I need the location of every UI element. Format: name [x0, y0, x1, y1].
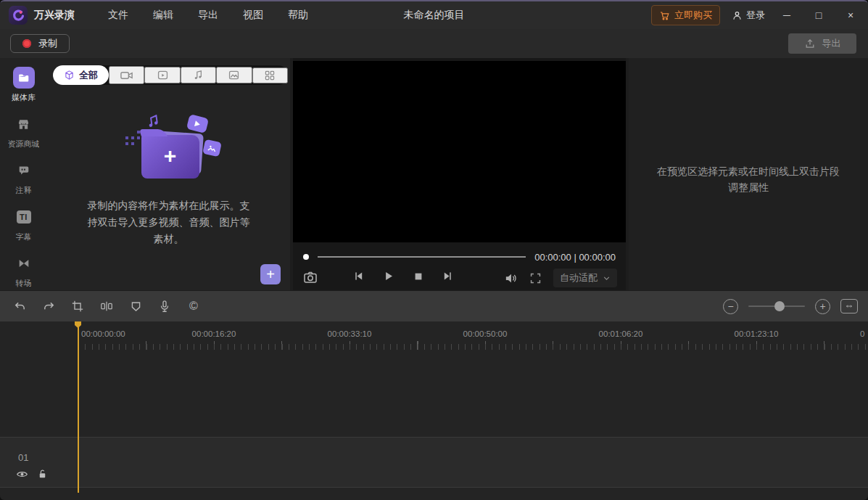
crop-icon — [71, 300, 84, 313]
properties-panel: 在预览区选择元素或在时间线上双击片段调整属性 — [629, 58, 868, 290]
tab-image[interactable] — [216, 67, 252, 83]
video-canvas[interactable] — [293, 61, 626, 242]
tab-video[interactable] — [144, 67, 180, 83]
app-name: 万兴录演 — [34, 9, 75, 22]
marker-button[interactable] — [128, 298, 144, 314]
sidebar-item-transition[interactable]: 转场 — [0, 253, 47, 289]
sidebar-item-media-library[interactable]: 媒体库 — [0, 67, 47, 103]
fit-timeline-button[interactable] — [840, 299, 858, 313]
track-number: 01 — [18, 452, 28, 463]
sidebar-item-store[interactable]: 资源商城 — [0, 113, 47, 149]
split-icon — [100, 300, 113, 313]
record-button[interactable]: 录制 — [10, 34, 70, 53]
menu-file[interactable]: 文件 — [108, 9, 128, 22]
buy-now-label: 立即购买 — [674, 9, 712, 22]
image-icon — [228, 69, 240, 81]
tab-more-grid[interactable] — [252, 67, 288, 83]
play-badge-icon — [186, 114, 208, 134]
redo-icon — [42, 300, 56, 313]
snapshot-button[interactable] — [303, 270, 318, 284]
record-label: 录制 — [38, 37, 57, 50]
empty-library-illustration: + — [121, 120, 217, 190]
login-label: 登录 — [746, 9, 765, 22]
next-frame-button[interactable] — [442, 270, 454, 282]
titlebar-right: 立即购买 登录 ─ □ × — [651, 5, 861, 25]
play-button[interactable] — [382, 270, 394, 282]
login-button[interactable]: 登录 — [732, 9, 765, 22]
zoom-slider-knob[interactable] — [774, 301, 785, 311]
menu-edit[interactable]: 编辑 — [153, 9, 173, 22]
undo-icon — [13, 300, 27, 313]
project-title: 未命名的项目 — [404, 9, 465, 22]
timeline-toolbar: © − + — [0, 291, 868, 321]
edit-tools: © — [0, 298, 202, 314]
tab-all[interactable]: 全部 — [53, 65, 109, 85]
eye-icon — [16, 468, 28, 480]
playhead[interactable] — [78, 321, 79, 493]
previous-frame-button[interactable] — [352, 270, 365, 282]
zoom-controls: − + — [723, 299, 858, 314]
user-icon — [732, 10, 743, 21]
playhead-handle[interactable] — [75, 321, 81, 328]
music-note-icon — [144, 112, 162, 131]
copyright-button[interactable]: © — [186, 298, 202, 314]
ruler-label: 00:01:23:10 — [735, 329, 779, 338]
volume-icon — [504, 271, 518, 285]
redo-button[interactable] — [41, 298, 57, 314]
dots-decoration-icon — [125, 136, 128, 139]
maximize-button[interactable]: □ — [809, 6, 829, 25]
tab-audio[interactable] — [181, 67, 216, 83]
fullscreen-button[interactable] — [529, 272, 542, 284]
menu-view[interactable]: 视图 — [243, 9, 263, 22]
timeline-track-row[interactable]: 01 — [0, 437, 868, 488]
preview-panel: 00:00:00 | 00:00:00 — [293, 58, 626, 290]
media-tabs: 全部 — [53, 65, 288, 85]
ruler-label: 00:00:50:00 — [463, 329, 508, 338]
undo-button[interactable] — [12, 298, 28, 314]
track-lock-button[interactable] — [37, 468, 48, 480]
stop-icon — [413, 271, 424, 282]
volume-button[interactable] — [504, 271, 518, 285]
media-panel: 全部 — [47, 58, 290, 290]
buy-now-button[interactable]: 立即购买 — [651, 5, 720, 25]
sidebar: 媒体库 资源商城 — [0, 58, 47, 290]
export-button[interactable]: 导出 — [788, 33, 856, 54]
split-button[interactable] — [99, 298, 115, 314]
microphone-icon — [158, 300, 171, 313]
menu-export[interactable]: 导出 — [198, 9, 218, 22]
grid-icon — [264, 70, 276, 81]
camera-icon — [120, 68, 133, 82]
fullscreen-icon — [529, 272, 542, 284]
ruler-label: 00:00:00:00 — [81, 329, 125, 338]
properties-empty-hint: 在预览区选择元素或在时间线上双击片段调整属性 — [656, 163, 840, 196]
close-button[interactable]: × — [840, 6, 861, 25]
sidebar-item-annotation[interactable]: 注释 — [0, 160, 47, 196]
crop-button[interactable] — [70, 298, 86, 314]
play-icon — [382, 270, 394, 282]
zoom-in-button[interactable]: + — [815, 299, 830, 314]
seek-handle[interactable] — [303, 254, 309, 260]
transport-cluster — [352, 270, 454, 282]
fit-mode-dropdown[interactable]: 自动适配 — [553, 269, 617, 287]
menubar: 文件 编辑 导出 视图 帮助 — [108, 9, 308, 22]
track-visibility-button[interactable] — [16, 468, 28, 480]
image-badge-icon — [202, 139, 222, 157]
zoom-out-button[interactable]: − — [723, 299, 738, 314]
upload-icon — [804, 38, 816, 49]
empty-folder-icon: + — [141, 135, 199, 179]
menu-help[interactable]: 帮助 — [288, 9, 308, 22]
ruler-label: 00:00:33:10 — [328, 329, 372, 338]
add-media-button[interactable]: + — [260, 264, 281, 284]
timeline[interactable]: 00:00:00:00 00:00:16:20 00:00:33:10 00:0… — [0, 321, 868, 500]
seek-track[interactable] — [318, 256, 526, 258]
sidebar-item-label: 转场 — [16, 278, 32, 289]
minimize-button[interactable]: ─ — [777, 6, 797, 25]
sidebar-item-label: 媒体库 — [12, 92, 36, 103]
app-logo-icon — [9, 6, 28, 25]
stop-button[interactable] — [413, 271, 424, 282]
sidebar-item-label: 资源商城 — [8, 139, 40, 149]
sidebar-item-subtitle[interactable]: TI 字幕 — [0, 206, 47, 242]
voiceover-button[interactable] — [157, 298, 173, 314]
tab-video-recordings[interactable] — [109, 66, 144, 84]
zoom-slider[interactable] — [748, 301, 805, 311]
